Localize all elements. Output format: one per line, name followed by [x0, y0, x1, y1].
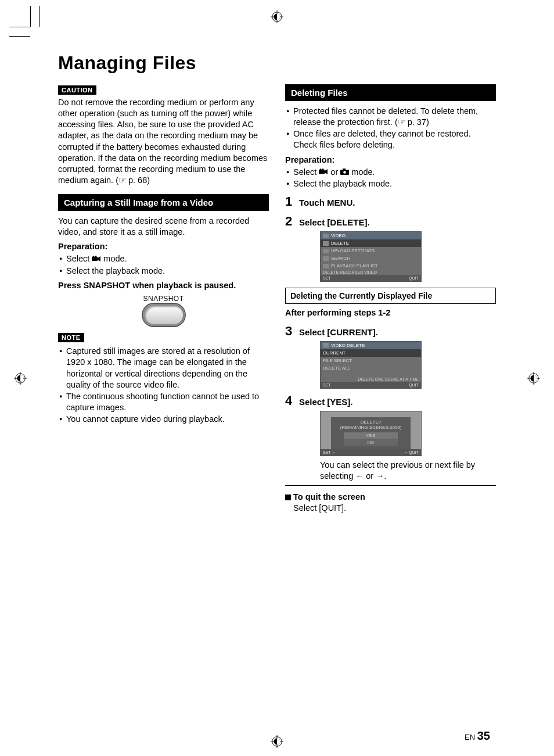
- menu-screenshot: VIDEO DELETE UPLOAD SETTINGS SEARCH PLAY…: [320, 231, 422, 282]
- step-number: 1: [285, 194, 294, 209]
- note-item: Captured still images are stored at a re…: [58, 346, 269, 390]
- svg-point-9: [93, 256, 95, 257]
- step-text: Select [CURRENT].: [299, 327, 378, 337]
- video-mode-icon: [319, 167, 328, 178]
- snapshot-button-icon: [143, 304, 185, 326]
- registration-mark-icon: [14, 372, 27, 385]
- prep-item: Select the playback mode.: [285, 178, 496, 189]
- registration-mark-icon: [271, 10, 283, 23]
- step-text: Select [DELETE].: [299, 217, 370, 227]
- snapshot-illustration: SNAPSHOT: [58, 295, 269, 326]
- prep-label: Preparation:: [58, 241, 269, 252]
- caution-tag: CAUTION: [58, 85, 96, 95]
- delete-bullet: Protected files cannot be deleted. To de…: [285, 106, 496, 128]
- caution-text: Do not remove the recording medium or pe…: [58, 97, 269, 186]
- subsection-delete-current: Deleting the Currently Displayed File: [285, 288, 496, 304]
- svg-rect-15: [343, 169, 346, 170]
- step-text: Touch MENU.: [299, 198, 355, 207]
- note-tag: NOTE: [58, 333, 84, 342]
- page-title: Managing Files: [58, 52, 496, 74]
- delete-bullet: Once files are deleted, they cannot be r…: [285, 128, 496, 151]
- svg-rect-8: [92, 257, 98, 261]
- left-column: CAUTION Do not remove the recording medi…: [58, 84, 269, 514]
- camera-mode-icon: [340, 167, 349, 178]
- registration-mark-icon: [271, 735, 283, 748]
- registration-mark-icon: [527, 372, 540, 385]
- note-item: The continuous shooting function cannot …: [58, 391, 269, 413]
- quit-body: Select [QUIT].: [285, 503, 496, 514]
- step-number: 4: [285, 393, 294, 409]
- svg-rect-11: [319, 170, 325, 174]
- svg-point-12: [320, 169, 322, 170]
- note-item: You cannot capture video during playback…: [58, 414, 269, 425]
- capture-intro: You can capture the desired scene from a…: [58, 216, 269, 238]
- after-steps: After performing steps 1-2: [285, 307, 496, 318]
- prep-label: Preparation:: [285, 155, 496, 166]
- svg-point-10: [95, 256, 97, 257]
- menu-screenshot: VIDEO DELETE CURRENT FILE SELECT DELETE …: [320, 341, 422, 389]
- prep-item: Select mode.: [58, 253, 269, 265]
- svg-point-13: [322, 169, 324, 170]
- confirm-screenshot: DELETE? (REMAINING SCENES:0009) YES NO S…: [320, 411, 422, 456]
- page-footer: EN 35: [465, 729, 490, 743]
- right-column: Deleting Files Protected files cannot be…: [285, 84, 496, 514]
- prep-item: Select the playback mode.: [58, 266, 269, 277]
- step-text: Select [YES].: [299, 397, 353, 407]
- svg-point-16: [343, 171, 346, 174]
- snapshot-instruction: Press SNAPSHOT when playback is paused.: [58, 280, 269, 291]
- nav-note: You can select the previous or next file…: [320, 460, 488, 482]
- quit-heading: To quit the screen: [285, 492, 496, 503]
- section-delete: Deleting Files: [285, 84, 496, 101]
- section-capture: Capturing a Still Image from a Video: [58, 194, 269, 211]
- prep-item: Select or mode.: [285, 167, 496, 178]
- step-number: 3: [285, 324, 294, 339]
- video-mode-icon: [92, 254, 101, 265]
- step-number: 2: [285, 214, 294, 229]
